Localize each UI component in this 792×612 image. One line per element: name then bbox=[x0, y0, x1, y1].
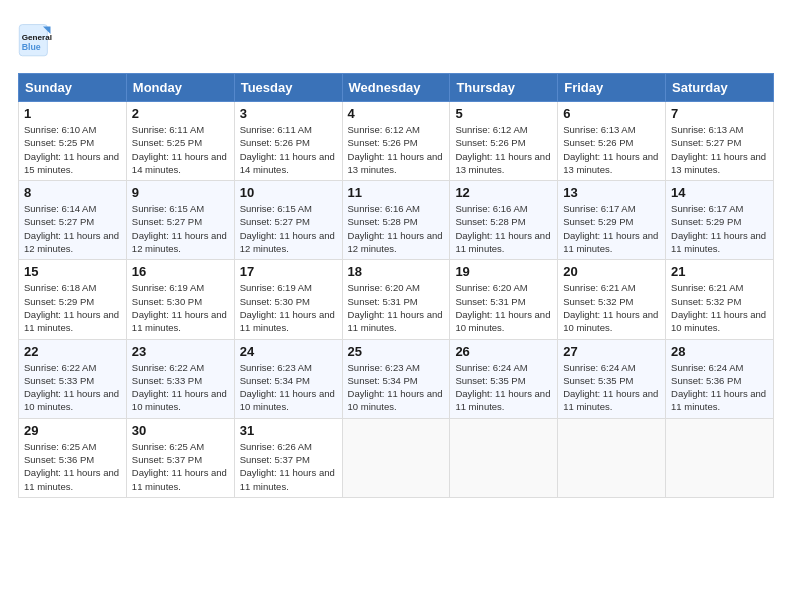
table-row: 20 Sunrise: 6:21 AM Sunset: 5:32 PM Dayl… bbox=[558, 260, 666, 339]
day-number: 2 bbox=[132, 106, 229, 121]
table-row: 2 Sunrise: 6:11 AM Sunset: 5:25 PM Dayli… bbox=[126, 102, 234, 181]
table-row: 15 Sunrise: 6:18 AM Sunset: 5:29 PM Dayl… bbox=[19, 260, 127, 339]
col-thursday: Thursday bbox=[450, 74, 558, 102]
day-number: 3 bbox=[240, 106, 337, 121]
table-row: 1 Sunrise: 6:10 AM Sunset: 5:25 PM Dayli… bbox=[19, 102, 127, 181]
calendar-table: Sunday Monday Tuesday Wednesday Thursday… bbox=[18, 73, 774, 498]
table-row: 5 Sunrise: 6:12 AM Sunset: 5:26 PM Dayli… bbox=[450, 102, 558, 181]
table-row bbox=[558, 418, 666, 497]
table-row: 26 Sunrise: 6:24 AM Sunset: 5:35 PM Dayl… bbox=[450, 339, 558, 418]
day-number: 1 bbox=[24, 106, 121, 121]
day-number: 11 bbox=[348, 185, 445, 200]
table-row: 24 Sunrise: 6:23 AM Sunset: 5:34 PM Dayl… bbox=[234, 339, 342, 418]
table-row: 25 Sunrise: 6:23 AM Sunset: 5:34 PM Dayl… bbox=[342, 339, 450, 418]
table-row: 10 Sunrise: 6:15 AM Sunset: 5:27 PM Dayl… bbox=[234, 181, 342, 260]
table-row: 18 Sunrise: 6:20 AM Sunset: 5:31 PM Dayl… bbox=[342, 260, 450, 339]
table-row: 17 Sunrise: 6:19 AM Sunset: 5:30 PM Dayl… bbox=[234, 260, 342, 339]
day-number: 20 bbox=[563, 264, 660, 279]
day-number: 29 bbox=[24, 423, 121, 438]
day-info: Sunrise: 6:21 AM Sunset: 5:32 PM Dayligh… bbox=[563, 281, 660, 334]
day-number: 13 bbox=[563, 185, 660, 200]
table-row: 31 Sunrise: 6:26 AM Sunset: 5:37 PM Dayl… bbox=[234, 418, 342, 497]
logo: General Blue bbox=[18, 18, 68, 63]
day-info: Sunrise: 6:16 AM Sunset: 5:28 PM Dayligh… bbox=[348, 202, 445, 255]
svg-text:Blue: Blue bbox=[22, 42, 41, 52]
table-row: 16 Sunrise: 6:19 AM Sunset: 5:30 PM Dayl… bbox=[126, 260, 234, 339]
col-sunday: Sunday bbox=[19, 74, 127, 102]
day-number: 10 bbox=[240, 185, 337, 200]
table-row: 29 Sunrise: 6:25 AM Sunset: 5:36 PM Dayl… bbox=[19, 418, 127, 497]
table-row: 6 Sunrise: 6:13 AM Sunset: 5:26 PM Dayli… bbox=[558, 102, 666, 181]
day-info: Sunrise: 6:15 AM Sunset: 5:27 PM Dayligh… bbox=[240, 202, 337, 255]
day-info: Sunrise: 6:24 AM Sunset: 5:35 PM Dayligh… bbox=[563, 361, 660, 414]
table-row: 3 Sunrise: 6:11 AM Sunset: 5:26 PM Dayli… bbox=[234, 102, 342, 181]
day-info: Sunrise: 6:26 AM Sunset: 5:37 PM Dayligh… bbox=[240, 440, 337, 493]
day-number: 22 bbox=[24, 344, 121, 359]
day-info: Sunrise: 6:22 AM Sunset: 5:33 PM Dayligh… bbox=[24, 361, 121, 414]
day-info: Sunrise: 6:23 AM Sunset: 5:34 PM Dayligh… bbox=[240, 361, 337, 414]
table-row: 11 Sunrise: 6:16 AM Sunset: 5:28 PM Dayl… bbox=[342, 181, 450, 260]
day-info: Sunrise: 6:25 AM Sunset: 5:36 PM Dayligh… bbox=[24, 440, 121, 493]
table-row bbox=[450, 418, 558, 497]
day-info: Sunrise: 6:17 AM Sunset: 5:29 PM Dayligh… bbox=[671, 202, 768, 255]
day-number: 12 bbox=[455, 185, 552, 200]
table-row: 9 Sunrise: 6:15 AM Sunset: 5:27 PM Dayli… bbox=[126, 181, 234, 260]
day-number: 28 bbox=[671, 344, 768, 359]
day-number: 21 bbox=[671, 264, 768, 279]
day-info: Sunrise: 6:20 AM Sunset: 5:31 PM Dayligh… bbox=[455, 281, 552, 334]
col-saturday: Saturday bbox=[666, 74, 774, 102]
table-row: 23 Sunrise: 6:22 AM Sunset: 5:33 PM Dayl… bbox=[126, 339, 234, 418]
day-number: 16 bbox=[132, 264, 229, 279]
day-number: 27 bbox=[563, 344, 660, 359]
header: General Blue bbox=[18, 18, 774, 63]
day-info: Sunrise: 6:21 AM Sunset: 5:32 PM Dayligh… bbox=[671, 281, 768, 334]
day-number: 5 bbox=[455, 106, 552, 121]
day-info: Sunrise: 6:12 AM Sunset: 5:26 PM Dayligh… bbox=[348, 123, 445, 176]
day-number: 7 bbox=[671, 106, 768, 121]
day-number: 18 bbox=[348, 264, 445, 279]
day-info: Sunrise: 6:13 AM Sunset: 5:27 PM Dayligh… bbox=[671, 123, 768, 176]
day-info: Sunrise: 6:11 AM Sunset: 5:25 PM Dayligh… bbox=[132, 123, 229, 176]
day-number: 4 bbox=[348, 106, 445, 121]
col-monday: Monday bbox=[126, 74, 234, 102]
table-row: 22 Sunrise: 6:22 AM Sunset: 5:33 PM Dayl… bbox=[19, 339, 127, 418]
table-row: 30 Sunrise: 6:25 AM Sunset: 5:37 PM Dayl… bbox=[126, 418, 234, 497]
day-info: Sunrise: 6:11 AM Sunset: 5:26 PM Dayligh… bbox=[240, 123, 337, 176]
day-number: 24 bbox=[240, 344, 337, 359]
day-number: 25 bbox=[348, 344, 445, 359]
day-info: Sunrise: 6:15 AM Sunset: 5:27 PM Dayligh… bbox=[132, 202, 229, 255]
day-number: 8 bbox=[24, 185, 121, 200]
day-info: Sunrise: 6:18 AM Sunset: 5:29 PM Dayligh… bbox=[24, 281, 121, 334]
day-info: Sunrise: 6:12 AM Sunset: 5:26 PM Dayligh… bbox=[455, 123, 552, 176]
day-info: Sunrise: 6:10 AM Sunset: 5:25 PM Dayligh… bbox=[24, 123, 121, 176]
day-number: 15 bbox=[24, 264, 121, 279]
table-row: 27 Sunrise: 6:24 AM Sunset: 5:35 PM Dayl… bbox=[558, 339, 666, 418]
day-number: 19 bbox=[455, 264, 552, 279]
table-row bbox=[342, 418, 450, 497]
day-info: Sunrise: 6:24 AM Sunset: 5:35 PM Dayligh… bbox=[455, 361, 552, 414]
table-row: 28 Sunrise: 6:24 AM Sunset: 5:36 PM Dayl… bbox=[666, 339, 774, 418]
calendar-header-row: Sunday Monday Tuesday Wednesday Thursday… bbox=[19, 74, 774, 102]
table-row bbox=[666, 418, 774, 497]
day-number: 26 bbox=[455, 344, 552, 359]
table-row: 19 Sunrise: 6:20 AM Sunset: 5:31 PM Dayl… bbox=[450, 260, 558, 339]
day-info: Sunrise: 6:14 AM Sunset: 5:27 PM Dayligh… bbox=[24, 202, 121, 255]
page: General Blue Sunday Monday Tuesday Wedne… bbox=[0, 0, 792, 612]
table-row: 7 Sunrise: 6:13 AM Sunset: 5:27 PM Dayli… bbox=[666, 102, 774, 181]
table-row: 21 Sunrise: 6:21 AM Sunset: 5:32 PM Dayl… bbox=[666, 260, 774, 339]
logo-svg: General Blue bbox=[18, 18, 68, 63]
day-number: 31 bbox=[240, 423, 337, 438]
day-number: 9 bbox=[132, 185, 229, 200]
day-number: 23 bbox=[132, 344, 229, 359]
svg-text:General: General bbox=[22, 33, 52, 42]
table-row: 13 Sunrise: 6:17 AM Sunset: 5:29 PM Dayl… bbox=[558, 181, 666, 260]
table-row: 12 Sunrise: 6:16 AM Sunset: 5:28 PM Dayl… bbox=[450, 181, 558, 260]
day-info: Sunrise: 6:24 AM Sunset: 5:36 PM Dayligh… bbox=[671, 361, 768, 414]
day-info: Sunrise: 6:19 AM Sunset: 5:30 PM Dayligh… bbox=[240, 281, 337, 334]
day-info: Sunrise: 6:22 AM Sunset: 5:33 PM Dayligh… bbox=[132, 361, 229, 414]
day-info: Sunrise: 6:23 AM Sunset: 5:34 PM Dayligh… bbox=[348, 361, 445, 414]
day-info: Sunrise: 6:16 AM Sunset: 5:28 PM Dayligh… bbox=[455, 202, 552, 255]
day-number: 30 bbox=[132, 423, 229, 438]
table-row: 14 Sunrise: 6:17 AM Sunset: 5:29 PM Dayl… bbox=[666, 181, 774, 260]
table-row: 4 Sunrise: 6:12 AM Sunset: 5:26 PM Dayli… bbox=[342, 102, 450, 181]
